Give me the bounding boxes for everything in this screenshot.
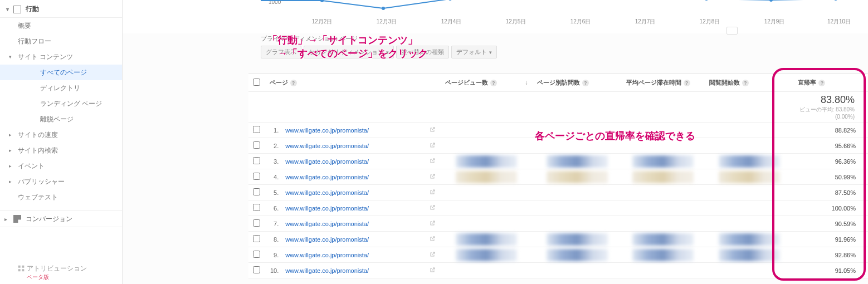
- sidebar-item-behavior-flow[interactable]: 行動フロー: [0, 33, 122, 49]
- open-link-icon[interactable]: [425, 247, 441, 263]
- chevron-right-icon: ▸: [4, 216, 10, 222]
- ent-cell: [705, 263, 794, 278]
- help-icon[interactable]: ?: [582, 80, 589, 86]
- sidebar-item-site-content[interactable]: サイト コンテンツ: [0, 49, 122, 65]
- row-checkbox[interactable]: [253, 266, 260, 273]
- sidebar-nav: ▾ 行動 概要 行動フロー サイト コンテンツ すべてのページ ディレクトリ ラ…: [0, 0, 123, 284]
- table-row: 8.www.willgate.co.jp/promonista/91.96%: [248, 232, 868, 247]
- col-pageviews[interactable]: ページビュー数? ↓: [441, 74, 533, 92]
- page-url-cell[interactable]: www.willgate.co.jp/promonista/: [281, 232, 425, 247]
- sidebar-section-conversion[interactable]: ▸ コンバージョン: [0, 210, 122, 227]
- svg-point-1: [382, 7, 385, 10]
- row-checkbox[interactable]: [253, 173, 260, 180]
- pv-cell: [441, 123, 533, 138]
- upv-cell: [533, 263, 622, 278]
- page-url-cell[interactable]: www.willgate.co.jp/promonista/: [281, 263, 425, 278]
- row-index: 3.: [265, 154, 281, 169]
- x-tick-label: 12月2日: [312, 18, 333, 26]
- sidebar-item-directory[interactable]: ディレクトリ: [0, 80, 122, 96]
- sidebar-item-webtest[interactable]: ウェブテスト: [0, 189, 122, 205]
- avg-cell: [622, 138, 705, 154]
- secondary-dimension-button[interactable]: セカンダリ ディメンション▾: [304, 46, 394, 58]
- sidebar-item-site-search[interactable]: サイト内検索: [0, 143, 122, 158]
- ent-cell: [705, 154, 794, 169]
- page-url-cell[interactable]: www.willgate.co.jp/promonista/: [281, 247, 425, 263]
- x-tick-label: 12月9日: [764, 18, 785, 26]
- sidebar-item-label: サイト コンテンツ: [18, 52, 73, 62]
- col-bounce-rate[interactable]: 直帰率?: [793, 74, 868, 92]
- x-tick-label: 12月10日: [827, 18, 851, 26]
- sidebar-item-label: ランディング ページ: [40, 99, 102, 109]
- col-unique-pageviews[interactable]: ページ別訪問数?: [533, 74, 622, 92]
- primary-dimension-label: プライマリ ディメンション: ページ: [261, 35, 358, 43]
- upv-cell: [533, 138, 622, 154]
- svg-point-6: [705, 0, 708, 1]
- row-checkbox[interactable]: [253, 157, 260, 164]
- open-link-icon[interactable]: [425, 263, 441, 278]
- select-all-header[interactable]: [248, 74, 265, 92]
- col-page[interactable]: ページ?: [265, 74, 441, 92]
- page-url-cell[interactable]: www.willgate.co.jp/promonista/: [281, 169, 425, 185]
- sidebar-item-overview[interactable]: 概要: [0, 18, 122, 33]
- open-link-icon[interactable]: [425, 185, 441, 200]
- row-checkbox[interactable]: [253, 141, 260, 149]
- row-checkbox[interactable]: [253, 204, 260, 211]
- default-button[interactable]: デフォルト▾: [451, 46, 497, 58]
- sidebar-section-behavior[interactable]: ▾ 行動: [0, 1, 122, 18]
- row-checkbox[interactable]: [253, 188, 260, 195]
- help-icon[interactable]: ?: [290, 80, 297, 86]
- open-link-icon[interactable]: [425, 200, 441, 216]
- row-checkbox[interactable]: [253, 235, 260, 242]
- line-chart-svg: [261, 0, 868, 17]
- help-icon[interactable]: ?: [490, 80, 497, 86]
- sort-type-button[interactable]: 並べ替えの種類: [396, 46, 449, 58]
- page-url-cell[interactable]: www.willgate.co.jp/promonista/: [281, 185, 425, 200]
- col-entrances[interactable]: 閲覧開始数?: [705, 74, 794, 92]
- sidebar-item-site-speed[interactable]: サイトの速度: [0, 127, 122, 143]
- pv-cell: [441, 138, 533, 154]
- select-all-checkbox[interactable]: [253, 79, 260, 86]
- ent-cell: [705, 138, 794, 154]
- sidebar-item-events[interactable]: イベント: [0, 158, 122, 174]
- table-row: 10.www.willgate.co.jp/promonista/91.05%: [248, 263, 868, 278]
- row-checkbox[interactable]: [253, 219, 260, 227]
- open-link-icon[interactable]: [425, 154, 441, 169]
- help-icon[interactable]: ?: [818, 80, 825, 86]
- sidebar-item-landing-pages[interactable]: ランディング ページ: [0, 96, 122, 111]
- row-checkbox[interactable]: [253, 126, 260, 133]
- pv-cell: [441, 216, 533, 232]
- sidebar-item-publisher[interactable]: パブリッシャー: [0, 174, 122, 189]
- beta-badge: ベータ版: [27, 273, 87, 281]
- open-link-icon[interactable]: [425, 232, 441, 247]
- page-url-cell[interactable]: www.willgate.co.jp/promonista/: [281, 200, 425, 216]
- open-link-icon[interactable]: [425, 169, 441, 185]
- table-row: 2.www.willgate.co.jp/promonista/95.66%: [248, 138, 868, 154]
- page-url-cell[interactable]: www.willgate.co.jp/promonista/: [281, 154, 425, 169]
- page-url-cell[interactable]: www.willgate.co.jp/promonista/: [281, 216, 425, 232]
- row-index: 4.: [265, 169, 281, 185]
- bounce-cell: 91.05%: [793, 263, 868, 278]
- sidebar-attribution[interactable]: アトリビューション ベータ版: [6, 264, 87, 281]
- upv-cell: [533, 216, 622, 232]
- open-link-icon[interactable]: [425, 216, 441, 232]
- open-link-icon[interactable]: [425, 123, 441, 138]
- sidebar-item-exit-pages[interactable]: 離脱ページ: [0, 111, 122, 127]
- chevron-down-icon: ▾: [386, 50, 389, 55]
- ent-cell: [705, 247, 794, 263]
- page-url-cell[interactable]: www.willgate.co.jp/promonista/: [281, 123, 425, 138]
- sort-desc-icon[interactable]: ↓: [525, 79, 528, 86]
- upv-cell: [533, 232, 622, 247]
- col-avg-time[interactable]: 平均ページ滞在時間?: [622, 74, 705, 92]
- x-axis-ticks: 12月2日12月3日12月4日12月5日12月6日12月7日12月8日12月9日…: [123, 18, 868, 29]
- table-header-row: ページ? ページビュー数? ↓ ページ別訪問数? 平均ページ滞在時間? 閲覧開始…: [248, 74, 868, 92]
- graph-view-button[interactable]: グラフ表示: [261, 46, 301, 58]
- summary-bounce-rate: 83.80%: [821, 94, 855, 105]
- page-url-cell[interactable]: www.willgate.co.jp/promonista/: [281, 138, 425, 154]
- row-checkbox[interactable]: [253, 251, 260, 258]
- open-link-icon[interactable]: [425, 138, 441, 154]
- sidebar-item-all-pages[interactable]: すべてのページ: [0, 65, 122, 80]
- help-icon[interactable]: ?: [684, 80, 690, 86]
- x-tick-label: 12月8日: [700, 18, 720, 26]
- help-icon[interactable]: ?: [742, 80, 749, 86]
- row-index: 10.: [265, 263, 281, 278]
